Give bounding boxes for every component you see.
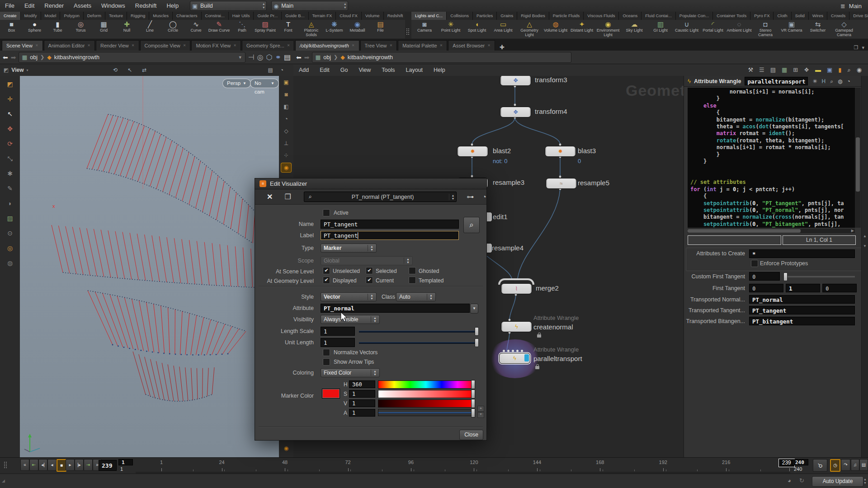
shelf-tool-volume-light[interactable]: ◍Volume Light bbox=[542, 20, 569, 38]
dialog-titlebar[interactable]: ≡ Edit Visualizer bbox=[255, 178, 486, 189]
update-mode-spinner[interactable]: ▲▼ bbox=[863, 476, 868, 486]
hsva-s-handle[interactable] bbox=[471, 389, 475, 399]
handles-tool-icon[interactable]: ✱ bbox=[4, 168, 16, 179]
shelf-tool-l-system[interactable]: ❋L-System bbox=[323, 20, 346, 38]
current-frame-field[interactable]: 239 bbox=[99, 460, 117, 471]
tab-close-icon[interactable]: ✕ bbox=[352, 41, 355, 51]
translate-tool-icon[interactable]: ✥ bbox=[4, 123, 16, 134]
follow-target-icon[interactable]: ◎ bbox=[257, 53, 264, 61]
pane-tab-composite-view[interactable]: Composite View✕ bbox=[140, 40, 191, 51]
node-label-paralleltransport[interactable]: paralleltransport bbox=[533, 355, 582, 362]
thumb-view-icon[interactable]: ⊞ bbox=[793, 66, 798, 74]
node-transform3[interactable]: ✥ bbox=[500, 76, 531, 86]
node-label-createnormal[interactable]: createnormal bbox=[533, 323, 573, 331]
shelf-tool-tube[interactable]: ▮Tube bbox=[46, 20, 69, 38]
shelf-tool-ambient-light[interactable]: ◌Ambient Light bbox=[726, 20, 752, 38]
enforce-prototypes-checkbox[interactable] bbox=[751, 260, 758, 267]
shelf-tool-portal-light[interactable]: ◜Portal Light bbox=[700, 20, 726, 38]
shelf-tool-metaball[interactable]: ◉Metaball bbox=[346, 20, 369, 38]
shelf-tool-camera[interactable]: ◙Camera bbox=[411, 20, 438, 38]
code-vscrollbar[interactable] bbox=[855, 88, 861, 228]
param-field[interactable]: PT_normal bbox=[749, 295, 855, 304]
view-tumble-icon[interactable]: ⟲ bbox=[113, 67, 118, 73]
snapshot-cube-icon[interactable]: ⬡ bbox=[266, 53, 273, 61]
playbar-notes-button[interactable]: ▤ bbox=[859, 459, 868, 471]
shelf-tool-curve[interactable]: ∿Curve bbox=[184, 20, 208, 38]
attribute-field[interactable]: PT_normal bbox=[321, 304, 470, 313]
pane-tab-material-palette[interactable]: Material Palette✕ bbox=[398, 40, 447, 51]
menu-edit[interactable]: Edit bbox=[19, 0, 39, 12]
pin-dialog-icon[interactable]: ⊶ bbox=[467, 192, 474, 201]
tab-close-icon[interactable]: ✕ bbox=[87, 41, 90, 51]
menu-help[interactable]: Help bbox=[161, 0, 184, 12]
pane-tab-tree-view[interactable]: Tree View✕ bbox=[360, 40, 397, 51]
node-label-edit1[interactable]: edit1 bbox=[493, 213, 508, 221]
normals-display-icon[interactable]: ⊥ bbox=[281, 139, 291, 148]
gallery-icon[interactable]: ▮ bbox=[838, 66, 841, 74]
right-path-field[interactable]: ▦ obj ❯ ◆ kitbashveingrowth bbox=[312, 52, 571, 63]
shelf-tool-switcher[interactable]: ⇆Switcher bbox=[805, 20, 831, 38]
pane-tab-asset-browser[interactable]: Asset Browser✕ bbox=[448, 40, 495, 51]
length-scale-slider[interactable] bbox=[359, 331, 476, 333]
shelf-tab-volume[interactable]: Volume bbox=[362, 12, 384, 20]
attribute-menu-icon[interactable]: ▼ bbox=[470, 304, 478, 314]
attributes-to-create-field[interactable]: * bbox=[749, 249, 855, 258]
network-menu-add[interactable]: Add bbox=[293, 67, 314, 73]
select-tool-icon[interactable]: ↖ bbox=[4, 108, 16, 119]
shelf-tab-characters[interactable]: Characters bbox=[173, 12, 201, 20]
node-label-resample4[interactable]: resample4 bbox=[492, 244, 524, 252]
help-icon[interactable]: ◔ bbox=[847, 78, 850, 84]
shelf-tool-platonic-solids[interactable]: ◬Platonic Solids bbox=[300, 20, 323, 38]
display-flag[interactable] bbox=[524, 354, 529, 361]
show-handles-icon[interactable]: ✛ bbox=[4, 94, 16, 104]
network-menu-help[interactable]: Help bbox=[428, 67, 451, 73]
prev-frame-button[interactable]: ◂| bbox=[38, 459, 47, 471]
hsva-h-handle[interactable] bbox=[471, 380, 475, 389]
background-image-icon[interactable]: ▣ bbox=[827, 66, 832, 74]
jump-start-button[interactable]: « bbox=[20, 459, 29, 471]
shelf-tool-area-light[interactable]: ▭Area Light bbox=[490, 20, 516, 38]
param-field[interactable]: 1 bbox=[786, 284, 820, 292]
shelf-tab-populate-con-[interactable]: Populate Con... bbox=[676, 12, 713, 20]
class-dropdown[interactable]: Auto▲▼ bbox=[396, 292, 436, 301]
shelf-tab-guide-b-[interactable]: Guide B... bbox=[282, 12, 308, 20]
shelf-tab-cloth[interactable]: Cloth bbox=[774, 12, 791, 20]
snapshot-icon[interactable]: ▣ bbox=[281, 78, 291, 87]
corner-grip-icon[interactable]: ◢ bbox=[2, 479, 5, 483]
scene-unselected-checkbox[interactable]: ✔ bbox=[323, 267, 330, 274]
shelf-tab-hair-utils[interactable]: Hair Utils bbox=[229, 12, 254, 20]
shelf-tab-container-tools[interactable]: Container Tools bbox=[713, 12, 750, 20]
shelf-tool-path[interactable]: ⋱Path bbox=[231, 20, 254, 38]
node-merge2[interactable]: ⌇ bbox=[501, 283, 532, 294]
node-paralleltransport[interactable]: ϟ bbox=[499, 353, 530, 364]
visibility-dropdown[interactable]: Always Visible▲▼ bbox=[321, 315, 380, 324]
anim-options-button[interactable]: ↷ bbox=[841, 459, 850, 471]
tab-close-icon[interactable]: ✕ bbox=[233, 41, 236, 51]
network-menu-tools[interactable]: Tools bbox=[376, 67, 400, 73]
node-label-resample5[interactable]: resample5 bbox=[578, 179, 609, 187]
move-mode-icon[interactable]: ⇄ bbox=[142, 67, 146, 73]
secure-selection-icon[interactable]: ◩ bbox=[4, 79, 16, 89]
shelf-tab-texture[interactable]: Texture bbox=[105, 12, 127, 20]
shelf-tab-guide-pr-[interactable]: Guide Pr... bbox=[254, 12, 282, 20]
network-menu-go[interactable]: Go bbox=[335, 67, 354, 73]
persp-view-button[interactable]: Persp▼ bbox=[222, 79, 251, 88]
hsva-s-bar[interactable] bbox=[378, 390, 474, 398]
menu-redshift[interactable]: Redshift bbox=[130, 0, 162, 12]
shelf-tab-terrain-fx[interactable]: Terrain FX bbox=[309, 12, 336, 20]
param-field[interactable]: 0 bbox=[749, 272, 780, 281]
vex-code-editor[interactable]: normals[i+1] = normals[i]; } else { bita… bbox=[688, 88, 855, 228]
param-field[interactable]: PT_tangent bbox=[749, 306, 855, 314]
shelf-splitter-handle[interactable] bbox=[406, 28, 410, 35]
edit-visualizer-dialog[interactable]: ≡ Edit Visualizer ✕ ❐ ⌕ PT_normal (PT_ta… bbox=[255, 178, 487, 441]
shelf-tab-polygon[interactable]: Polygon bbox=[60, 12, 83, 20]
pane-menu-icon[interactable]: ▾ bbox=[862, 45, 864, 51]
node-label-merge2[interactable]: merge2 bbox=[536, 284, 559, 292]
shelf-tab-modify[interactable]: Modify bbox=[21, 12, 41, 20]
info-tool-icon[interactable]: ◍ bbox=[4, 258, 16, 268]
param-field[interactable]: 0 bbox=[822, 284, 857, 292]
visualizer-select[interactable]: ⌕ PT_normal (PT_tangent) ▲▼ bbox=[304, 192, 457, 202]
rotate-tool-icon[interactable]: ⟳ bbox=[4, 138, 16, 149]
pane-split-icon[interactable]: ❒ bbox=[854, 45, 859, 51]
shelf-tab-grains[interactable]: Grains bbox=[497, 12, 517, 20]
